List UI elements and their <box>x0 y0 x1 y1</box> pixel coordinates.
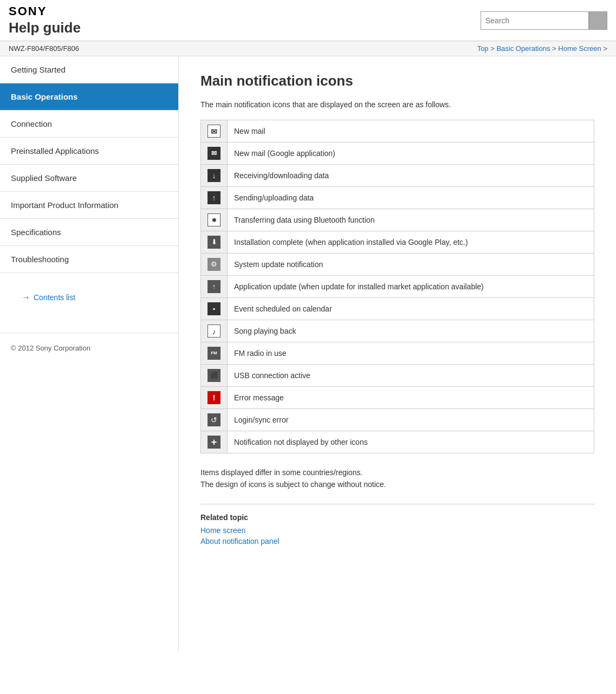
table-cell-description: Login/sync error <box>228 409 594 431</box>
content-area: Main notification icons The main notific… <box>179 56 616 652</box>
breadcrumb-top[interactable]: Top <box>477 44 489 53</box>
breadcrumb: Top > Basic Operations > Home Screen > <box>477 44 607 53</box>
new-mail-icon: ✉ <box>208 125 221 138</box>
icon-cell: ✱ <box>201 209 228 231</box>
icon-cell: ✉ <box>201 142 228 165</box>
table-row: ! Error message <box>201 387 594 409</box>
sidebar-item-preinstalled-applications[interactable]: Preinstalled Applications <box>0 138 178 165</box>
search-button[interactable] <box>589 11 607 30</box>
table-row: ↑ Application update (when update for in… <box>201 276 594 298</box>
breadcrumb-basic-operations[interactable]: Basic Operations <box>496 44 550 53</box>
table-cell-description: Transferring data using Bluetooth functi… <box>228 209 594 231</box>
table-cell-description: Application update (when update for inst… <box>228 276 594 298</box>
install-icon: ⬇ <box>208 236 221 249</box>
search-area <box>481 11 607 30</box>
sidebar-item-connection[interactable]: Connection <box>0 111 178 138</box>
error-icon: ! <box>208 391 221 404</box>
breadcrumb-sep3: > <box>603 44 607 53</box>
footer-copyright: © 2012 Sony Corporation <box>0 333 178 363</box>
icon-cell: ⬛ <box>201 365 228 387</box>
plus-icon: + <box>208 436 221 449</box>
table-cell-description: Sending/uploading data <box>228 187 594 209</box>
sidebar-item-specifications[interactable]: Specifications <box>0 219 178 246</box>
icon-cell: ⚙ <box>201 254 228 276</box>
fm-radio-icon: FM <box>208 347 221 360</box>
icon-cell: + <box>201 431 228 453</box>
icon-cell: ↓ <box>201 165 228 187</box>
bluetooth-icon: ✱ <box>208 213 221 226</box>
sidebar-item-getting-started[interactable]: Getting Started <box>0 56 178 83</box>
table-cell-description: System update notification <box>228 254 594 276</box>
breadcrumb-home-screen[interactable]: Home Screen <box>558 44 601 53</box>
intro-text: The main notification icons that are dis… <box>200 100 594 109</box>
table-cell-description: Notification not displayed by other icon… <box>228 431 594 453</box>
table-row: ⬇ Installation complete (when applicatio… <box>201 231 594 254</box>
contents-list-label: Contents list <box>34 293 75 302</box>
help-guide-title: Help guide <box>9 20 81 36</box>
table-row: ↓ Receiving/downloading data <box>201 165 594 187</box>
related-topic-label: Related topic <box>200 513 594 522</box>
upload-icon: ↑ <box>208 191 221 204</box>
table-row: ⬛ USB connection active <box>201 365 594 387</box>
table-row: ✉ New mail <box>201 120 594 142</box>
arrow-icon: → <box>22 293 30 302</box>
contents-list-link[interactable]: → Contents list <box>11 284 167 311</box>
table-cell-description: Event scheduled on calendar <box>228 298 594 320</box>
icon-cell: ↑ <box>201 276 228 298</box>
footer-note-2: The design of icons is subject to change… <box>200 478 594 490</box>
table-cell-description: Receiving/downloading data <box>228 165 594 187</box>
page-title: Main notification icons <box>200 73 594 89</box>
related-link-home-screen[interactable]: Home screen <box>200 526 594 535</box>
table-row: ✱ Transferring data using Bluetooth func… <box>201 209 594 231</box>
sidebar: Getting Started Basic Operations Connect… <box>0 56 179 652</box>
table-cell-description: FM radio in use <box>228 342 594 365</box>
app-update-icon: ↑ <box>208 280 221 293</box>
header-left: SONY Help guide <box>9 4 81 36</box>
icon-cell: ! <box>201 387 228 409</box>
table-row: ⚙ System update notification <box>201 254 594 276</box>
page-header: SONY Help guide <box>0 0 616 41</box>
main-layout: Getting Started Basic Operations Connect… <box>0 56 616 652</box>
sidebar-item-supplied-software[interactable]: Supplied Software <box>0 165 178 192</box>
sidebar-bottom: → Contents list <box>0 273 178 322</box>
icon-cell: ✉ <box>201 120 228 142</box>
icon-cell: ⬇ <box>201 231 228 254</box>
table-row: ▪ Event scheduled on calendar <box>201 298 594 320</box>
table-cell-description: Song playing back <box>228 320 594 342</box>
usb-icon: ⬛ <box>208 369 221 382</box>
sony-logo: SONY <box>9 4 81 18</box>
sidebar-item-important-product-information[interactable]: Important Product Information <box>0 192 178 219</box>
table-row: + Notification not displayed by other ic… <box>201 431 594 453</box>
icon-cell: FM <box>201 342 228 365</box>
breadcrumb-bar: NWZ-F804/F805/F806 Top > Basic Operation… <box>0 41 616 56</box>
footer-notes: Items displayed differ in some countries… <box>200 466 594 491</box>
icon-cell: ▪ <box>201 298 228 320</box>
sidebar-item-troubleshooting[interactable]: Troubleshooting <box>0 246 178 273</box>
table-cell-description: USB connection active <box>228 365 594 387</box>
download-icon: ↓ <box>208 169 221 182</box>
table-cell-description: Installation complete (when application … <box>228 231 594 254</box>
icon-cell: ↺ <box>201 409 228 431</box>
table-cell-description: New mail <box>228 120 594 142</box>
new-mail-google-icon: ✉ <box>208 147 221 160</box>
table-cell-description: New mail (Google application) <box>228 142 594 165</box>
music-icon: ♪ <box>208 325 221 338</box>
icons-table: ✉ New mail ✉ New mail (Google applicatio… <box>200 120 594 453</box>
system-update-icon: ⚙ <box>208 258 221 271</box>
device-model: NWZ-F804/F805/F806 <box>9 44 79 53</box>
table-row: ↑ Sending/uploading data <box>201 187 594 209</box>
table-row: ♪ Song playing back <box>201 320 594 342</box>
sidebar-item-basic-operations[interactable]: Basic Operations <box>0 83 178 111</box>
footer-note-1: Items displayed differ in some countries… <box>200 466 594 478</box>
sync-error-icon: ↺ <box>208 413 221 426</box>
calendar-icon: ▪ <box>208 302 221 315</box>
icon-cell: ♪ <box>201 320 228 342</box>
breadcrumb-sep2: > <box>552 44 558 53</box>
related-link-notification-panel[interactable]: About notification panel <box>200 537 594 546</box>
search-input[interactable] <box>481 11 589 30</box>
table-row: ↺ Login/sync error <box>201 409 594 431</box>
icon-cell: ↑ <box>201 187 228 209</box>
table-row: ✉ New mail (Google application) <box>201 142 594 165</box>
related-section: Related topic Home screen About notifica… <box>200 504 594 546</box>
table-cell-description: Error message <box>228 387 594 409</box>
